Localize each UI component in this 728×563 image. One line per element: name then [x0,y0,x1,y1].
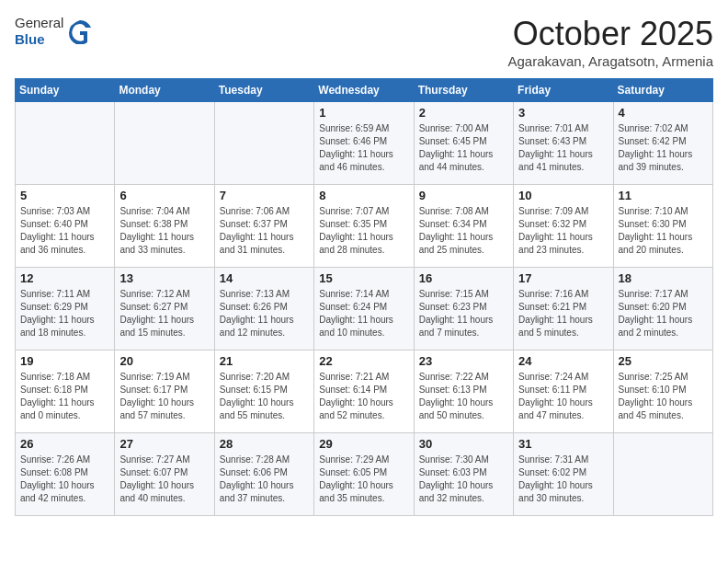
weekday-header: Thursday [414,79,513,102]
location: Agarakavan, Aragatsotn, Armenia [508,53,713,69]
weekday-header: Tuesday [214,79,313,102]
day-number: 5 [20,189,109,202]
day-info: Sunrise: 7:11 AM Sunset: 6:29 PM Dayligh… [20,288,109,339]
calendar-cell: 14Sunrise: 7:13 AM Sunset: 6:26 PM Dayli… [214,268,313,350]
day-info: Sunrise: 7:10 AM Sunset: 6:30 PM Dayligh… [619,205,708,257]
calendar-cell: 19Sunrise: 7:18 AM Sunset: 6:18 PM Dayli… [16,350,115,433]
calendar-week-row: 19Sunrise: 7:18 AM Sunset: 6:18 PM Dayli… [16,350,713,433]
calendar-cell: 16Sunrise: 7:15 AM Sunset: 6:23 PM Dayli… [414,268,513,350]
day-number: 3 [518,106,608,120]
day-number: 21 [220,354,309,368]
weekday-header-row: SundayMondayTuesdayWednesdayThursdayFrid… [16,79,713,102]
day-number: 27 [119,437,209,451]
day-number: 10 [518,189,608,202]
calendar-cell: 25Sunrise: 7:25 AM Sunset: 6:10 PM Dayli… [613,350,712,433]
calendar-cell: 31Sunrise: 7:31 AM Sunset: 6:02 PM Dayli… [514,433,613,516]
day-number: 1 [319,106,408,120]
calendar-cell: 28Sunrise: 7:28 AM Sunset: 6:06 PM Dayli… [214,433,313,516]
day-info: Sunrise: 7:31 AM Sunset: 6:02 PM Dayligh… [518,454,608,505]
day-number: 12 [20,271,109,285]
day-number: 22 [319,354,408,368]
day-number: 18 [619,271,708,285]
calendar-cell: 3Sunrise: 7:01 AM Sunset: 6:43 PM Daylig… [514,102,613,185]
day-info: Sunrise: 7:24 AM Sunset: 6:11 PM Dayligh… [518,371,608,422]
weekday-header: Monday [115,79,214,102]
calendar-cell: 24Sunrise: 7:24 AM Sunset: 6:11 PM Dayli… [514,350,613,433]
calendar-cell: 15Sunrise: 7:14 AM Sunset: 6:24 PM Dayli… [314,268,414,350]
day-info: Sunrise: 7:20 AM Sunset: 6:15 PM Dayligh… [220,371,309,422]
day-number: 4 [619,106,708,120]
day-info: Sunrise: 7:17 AM Sunset: 6:20 PM Dayligh… [619,288,708,339]
day-number: 7 [220,189,309,202]
day-number: 11 [619,189,708,202]
day-number: 23 [419,354,508,368]
calendar-cell: 23Sunrise: 7:22 AM Sunset: 6:13 PM Dayli… [414,350,513,433]
day-number: 24 [518,354,608,368]
calendar-week-row: 12Sunrise: 7:11 AM Sunset: 6:29 PM Dayli… [16,268,713,350]
month-title: October 2025 [508,15,713,53]
day-info: Sunrise: 7:22 AM Sunset: 6:13 PM Dayligh… [419,371,508,422]
day-info: Sunrise: 7:14 AM Sunset: 6:24 PM Dayligh… [319,288,408,339]
day-info: Sunrise: 7:09 AM Sunset: 6:32 PM Dayligh… [518,205,608,257]
day-info: Sunrise: 7:01 AM Sunset: 6:43 PM Dayligh… [518,122,608,174]
day-number: 31 [518,437,608,451]
day-number: 13 [119,271,209,285]
logo-general: General [15,15,63,30]
day-info: Sunrise: 7:08 AM Sunset: 6:34 PM Dayligh… [419,205,508,257]
calendar-cell [214,102,313,185]
day-number: 29 [319,437,408,451]
calendar-cell: 20Sunrise: 7:19 AM Sunset: 6:17 PM Dayli… [115,350,214,433]
calendar-cell: 11Sunrise: 7:10 AM Sunset: 6:30 PM Dayli… [613,185,712,268]
calendar-cell: 6Sunrise: 7:04 AM Sunset: 6:38 PM Daylig… [115,185,214,268]
day-info: Sunrise: 7:18 AM Sunset: 6:18 PM Dayligh… [20,371,109,422]
day-info: Sunrise: 7:30 AM Sunset: 6:03 PM Dayligh… [419,454,508,505]
weekday-header: Sunday [16,79,115,102]
day-info: Sunrise: 7:07 AM Sunset: 6:35 PM Dayligh… [319,205,408,257]
calendar-cell: 2Sunrise: 7:00 AM Sunset: 6:45 PM Daylig… [414,102,513,185]
day-info: Sunrise: 7:15 AM Sunset: 6:23 PM Dayligh… [419,288,508,339]
day-number: 25 [619,354,708,368]
day-info: Sunrise: 7:06 AM Sunset: 6:37 PM Dayligh… [220,205,309,257]
day-info: Sunrise: 7:04 AM Sunset: 6:38 PM Dayligh… [119,205,209,257]
day-info: Sunrise: 7:19 AM Sunset: 6:17 PM Dayligh… [119,371,209,422]
day-info: Sunrise: 7:27 AM Sunset: 6:07 PM Dayligh… [119,454,209,505]
day-info: Sunrise: 7:26 AM Sunset: 6:08 PM Dayligh… [20,454,109,505]
day-number: 28 [220,437,309,451]
day-number: 8 [319,189,408,202]
calendar-cell: 21Sunrise: 7:20 AM Sunset: 6:15 PM Dayli… [214,350,313,433]
day-number: 14 [220,271,309,285]
calendar-week-row: 26Sunrise: 7:26 AM Sunset: 6:08 PM Dayli… [16,433,713,516]
calendar-cell: 22Sunrise: 7:21 AM Sunset: 6:14 PM Dayli… [314,350,414,433]
calendar-cell: 10Sunrise: 7:09 AM Sunset: 6:32 PM Dayli… [514,185,613,268]
logo-icon [67,18,93,44]
day-info: Sunrise: 7:29 AM Sunset: 6:05 PM Dayligh… [319,454,408,505]
calendar-cell: 30Sunrise: 7:30 AM Sunset: 6:03 PM Dayli… [414,433,513,516]
day-info: Sunrise: 7:16 AM Sunset: 6:21 PM Dayligh… [518,288,608,339]
logo: General Blue [15,15,93,48]
day-info: Sunrise: 7:02 AM Sunset: 6:42 PM Dayligh… [619,122,708,174]
calendar-cell: 5Sunrise: 7:03 AM Sunset: 6:40 PM Daylig… [16,185,115,268]
day-info: Sunrise: 6:59 AM Sunset: 6:46 PM Dayligh… [319,122,408,174]
calendar-cell [613,433,712,516]
calendar-cell: 7Sunrise: 7:06 AM Sunset: 6:37 PM Daylig… [214,185,313,268]
weekday-header: Wednesday [314,79,414,102]
day-info: Sunrise: 7:12 AM Sunset: 6:27 PM Dayligh… [119,288,209,339]
day-number: 9 [419,189,508,202]
day-number: 20 [119,354,209,368]
day-info: Sunrise: 7:25 AM Sunset: 6:10 PM Dayligh… [619,371,708,422]
page-header: General Blue October 2025 Agarakavan, Ar… [15,15,713,69]
day-number: 2 [419,106,508,120]
calendar-cell [16,102,115,185]
day-info: Sunrise: 7:21 AM Sunset: 6:14 PM Dayligh… [319,371,408,422]
day-info: Sunrise: 7:00 AM Sunset: 6:45 PM Dayligh… [419,122,508,174]
day-number: 30 [419,437,508,451]
calendar-week-row: 5Sunrise: 7:03 AM Sunset: 6:40 PM Daylig… [16,185,713,268]
calendar-cell: 26Sunrise: 7:26 AM Sunset: 6:08 PM Dayli… [16,433,115,516]
calendar-cell: 27Sunrise: 7:27 AM Sunset: 6:07 PM Dayli… [115,433,214,516]
day-number: 17 [518,271,608,285]
weekday-header: Friday [514,79,613,102]
title-block: October 2025 Agarakavan, Aragatsotn, Arm… [508,15,713,69]
day-info: Sunrise: 7:03 AM Sunset: 6:40 PM Dayligh… [20,205,109,257]
weekday-header: Saturday [613,79,712,102]
calendar-cell: 8Sunrise: 7:07 AM Sunset: 6:35 PM Daylig… [314,185,414,268]
